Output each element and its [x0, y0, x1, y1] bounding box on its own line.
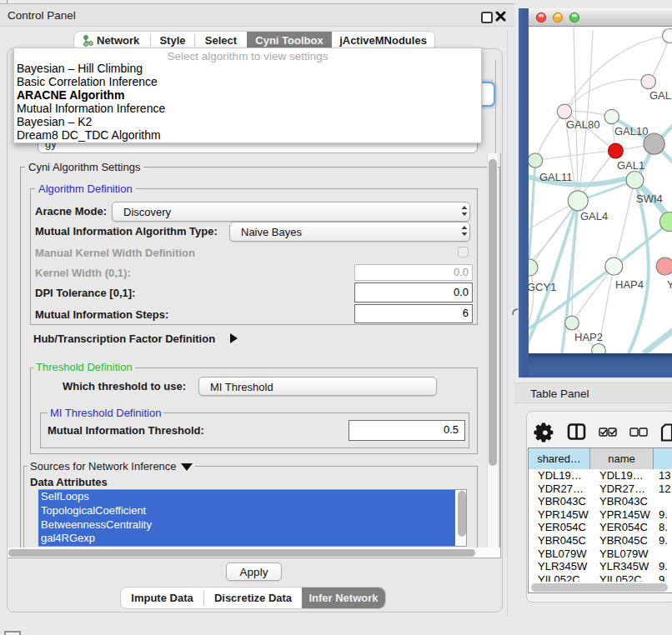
svg-text:GCY1: GCY1 — [529, 281, 556, 293]
svg-text:GAL4: GAL4 — [580, 210, 608, 222]
svg-text:GAL1: GAL1 — [617, 159, 644, 172]
svg-text:HAP2: HAP2 — [574, 331, 603, 343]
svg-text:GAL80: GAL80 — [566, 118, 599, 131]
svg-text:GAL2: GAL2 — [649, 89, 672, 102]
svg-text:GAL10: GAL10 — [614, 125, 648, 138]
svg-text:SWI4: SWI4 — [636, 192, 663, 205]
svg-text:Y: Y — [667, 278, 672, 291]
svg-text:HAP4: HAP4 — [615, 278, 644, 291]
svg-text:GAL11: GAL11 — [539, 171, 573, 183]
